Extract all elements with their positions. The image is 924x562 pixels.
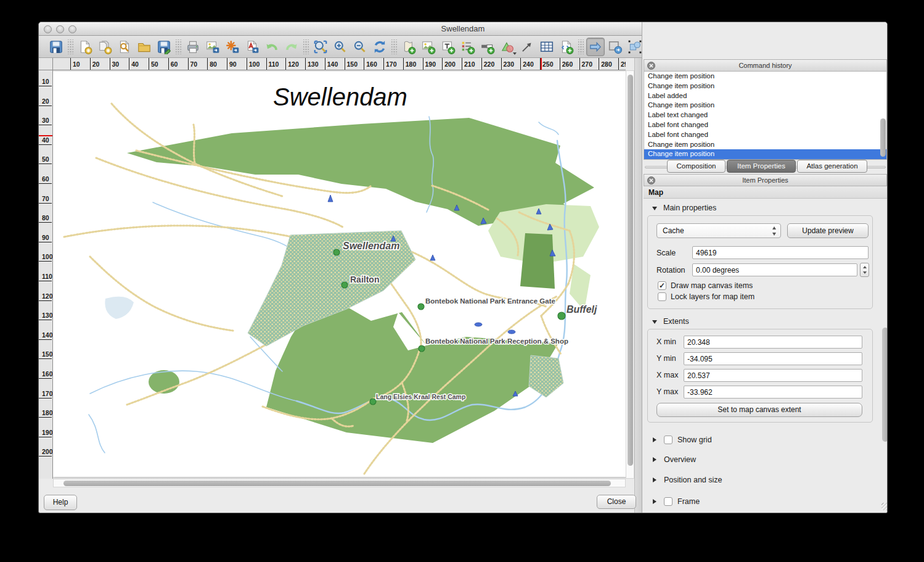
zoom-out-button[interactable] xyxy=(351,38,369,56)
expand-triangle-icon[interactable] xyxy=(653,499,656,504)
help-button[interactable]: Help xyxy=(44,495,77,510)
ymin-input[interactable] xyxy=(684,352,862,365)
save-as-template-button[interactable] xyxy=(155,38,173,56)
group-icon xyxy=(628,39,642,54)
move-item-content-button[interactable] xyxy=(606,38,624,56)
duplicate-composition-button[interactable] xyxy=(96,38,114,56)
toolbar-separator xyxy=(68,39,73,54)
collapse-triangle-icon[interactable] xyxy=(652,320,657,324)
xmax-input[interactable] xyxy=(684,369,862,382)
history-item[interactable]: Label text changed xyxy=(644,110,886,120)
item-properties-header[interactable]: Item Properties xyxy=(644,174,887,186)
history-item[interactable]: Change item position xyxy=(644,149,886,159)
export-as-pdf-button[interactable] xyxy=(243,38,261,56)
print-button[interactable] xyxy=(184,38,202,56)
collapse-triangle-icon[interactable] xyxy=(652,207,657,210)
close-dock-icon[interactable] xyxy=(647,62,655,70)
section-position-and-size[interactable]: Position and size xyxy=(664,476,722,484)
xmin-input[interactable] xyxy=(684,336,862,349)
save-template-icon xyxy=(157,39,171,54)
vertical-scrollbar-thumb[interactable] xyxy=(628,75,633,466)
horizontal-scrollbar[interactable] xyxy=(53,479,626,487)
select-move-item-button[interactable] xyxy=(586,38,605,56)
save-project-button[interactable] xyxy=(47,38,65,56)
section-extents[interactable]: Extents xyxy=(663,317,689,326)
ruler-tick: 230 xyxy=(501,58,515,70)
add-image-button[interactable] xyxy=(419,38,438,56)
frame-checkbox[interactable] xyxy=(664,497,673,506)
composer-window: Swellendam 10203040506070809010011012013… xyxy=(38,22,888,513)
history-scrollbar-thumb[interactable] xyxy=(880,118,886,157)
expand-triangle-icon[interactable] xyxy=(653,457,656,462)
map-item[interactable]: Swellendam Railton Bontebok National Par… xyxy=(53,72,626,477)
ruler-tick: 60 xyxy=(168,58,178,70)
add-new-scalebar-button[interactable] xyxy=(478,38,497,56)
lock-layers-checkbox[interactable] xyxy=(658,292,666,301)
close-dock-icon[interactable] xyxy=(647,176,655,184)
redo-button[interactable] xyxy=(282,38,301,56)
expand-triangle-icon[interactable] xyxy=(653,437,656,442)
checkmark-icon: ✓ xyxy=(659,281,665,290)
update-preview-button[interactable]: Update preview xyxy=(787,223,869,238)
new-page-icon xyxy=(78,39,92,54)
history-item[interactable]: Change item position xyxy=(644,101,886,110)
history-item[interactable]: Label font changed xyxy=(644,120,886,130)
undo-button[interactable] xyxy=(263,38,281,56)
new-composition-button[interactable] xyxy=(76,38,94,56)
zoom-out-icon xyxy=(353,39,367,54)
page-title-label[interactable]: Swellendam xyxy=(273,83,407,110)
set-to-map-canvas-extent-button[interactable]: Set to map canvas extent xyxy=(656,403,862,417)
close-button[interactable]: Close xyxy=(597,495,636,509)
add-new-label-button[interactable] xyxy=(439,38,457,56)
zoom-full-button[interactable] xyxy=(311,38,330,56)
history-item[interactable]: Label font changed xyxy=(644,130,886,140)
ymax-input[interactable] xyxy=(684,386,862,399)
show-grid-checkbox[interactable] xyxy=(664,436,673,444)
add-new-map-button[interactable] xyxy=(399,38,418,56)
add-html-frame-button[interactable] xyxy=(557,38,576,56)
composition-canvas[interactable]: Swellendam Railton Bontebok National Par… xyxy=(53,70,626,479)
command-history-header[interactable]: Command history xyxy=(644,59,887,72)
zoom-full-icon xyxy=(313,39,328,54)
tab-item-properties[interactable]: Item Properties xyxy=(727,160,796,173)
ruler-tick: 20 xyxy=(39,97,52,106)
refresh-view-button[interactable] xyxy=(370,38,389,56)
history-item[interactable]: Change item position xyxy=(644,81,886,91)
resize-grip[interactable] xyxy=(881,503,888,510)
tab-atlas-generation[interactable]: Atlas generation xyxy=(797,160,867,173)
rotation-spinner[interactable] xyxy=(860,263,869,277)
section-overview[interactable]: Overview xyxy=(664,455,696,464)
history-item[interactable]: Change item position xyxy=(644,140,886,150)
command-history-list[interactable]: Change item positionChange item position… xyxy=(644,72,887,160)
vertical-scrollbar[interactable] xyxy=(626,70,634,479)
section-frame[interactable]: Frame xyxy=(677,497,700,506)
preview-mode-value: Cache xyxy=(663,226,684,235)
load-from-template-button[interactable] xyxy=(135,38,153,56)
rotation-input[interactable] xyxy=(692,263,857,276)
history-item[interactable]: Label added xyxy=(644,91,886,101)
add-arrow-button[interactable] xyxy=(518,38,536,56)
expand-triangle-icon[interactable] xyxy=(653,477,656,482)
paper-sheet[interactable]: Swellendam Railton Bontebok National Par… xyxy=(53,72,626,477)
add-scalebar-icon xyxy=(480,39,495,54)
scale-label: Scale xyxy=(656,249,676,257)
draw-map-canvas-items-checkbox[interactable]: ✓ xyxy=(658,281,666,290)
add-attribute-table-button[interactable] xyxy=(538,38,556,56)
add-new-legend-button[interactable] xyxy=(459,38,477,56)
panel-scrollbar-thumb[interactable] xyxy=(882,328,888,442)
tab-composition[interactable]: Composition xyxy=(667,160,726,173)
export-as-image-button[interactable] xyxy=(203,38,222,56)
zoom-in-button[interactable] xyxy=(331,38,350,56)
ruler-tick: 270 xyxy=(579,58,593,70)
scale-input[interactable] xyxy=(692,246,869,259)
section-main-properties[interactable]: Main properties xyxy=(663,204,716,212)
preview-mode-select[interactable]: Cache xyxy=(656,223,781,238)
export-as-svg-button[interactable] xyxy=(223,38,242,56)
panel-splitter[interactable] xyxy=(634,58,642,513)
ruler-tick: 90 xyxy=(227,58,237,70)
add-basic-shape-button[interactable] xyxy=(498,38,517,56)
composer-manager-button[interactable] xyxy=(115,38,134,56)
horizontal-scrollbar-thumb[interactable] xyxy=(63,481,611,486)
section-show-grid[interactable]: Show grid xyxy=(677,436,712,444)
history-item[interactable]: Change item position xyxy=(644,72,886,81)
